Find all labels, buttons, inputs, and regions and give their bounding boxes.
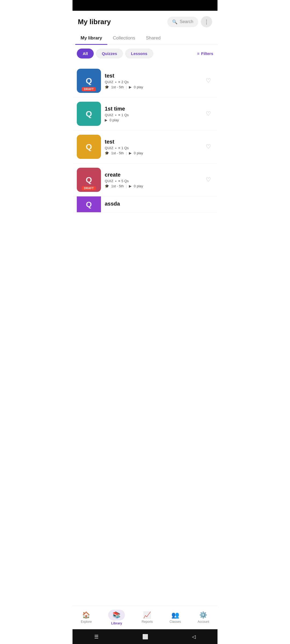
play-icon-2: ▶	[105, 118, 107, 122]
quiz-info-1: test QUIZ ● ≡ 2 Qs 🎓 1st - 5th | ▶ 0 pla…	[105, 73, 200, 89]
quiz-grade-3: 1st - 5th	[111, 151, 124, 155]
dot-1: ●	[115, 80, 117, 83]
quiz-thumbnail-2: Q	[77, 102, 101, 126]
list-icon: ≡	[118, 113, 120, 117]
quiz-info-4: create QUIZ ● ≡ 5 Qs 🎓 1st - 5th | ▶ 0 p…	[105, 172, 200, 188]
search-icon: 🔍	[172, 19, 177, 24]
quiz-list: Q DRAFT test QUIZ ● ≡ 2 Qs 🎓 1st - 5th |…	[73, 62, 218, 215]
quiz-name-2: 1st time	[105, 106, 200, 112]
favorite-button-1[interactable]: ♡	[204, 76, 213, 86]
filter-icon: ≡	[197, 51, 200, 56]
quiz-info-3: test QUIZ ● ≡ 1 Qs 🎓 1st - 5th | ▶ 0 pla…	[105, 139, 200, 155]
tab-bar: My library Collections Shared	[73, 32, 218, 45]
draft-badge: DRAFT	[82, 87, 96, 91]
quiz-info-2: 1st time QUIZ ● ≡ 1 Qs ▶ 0 play	[105, 106, 200, 122]
quiz-qs-2: ≡ 1 Qs	[118, 113, 129, 117]
search-button[interactable]: 🔍 Search	[167, 17, 198, 27]
favorite-button-4[interactable]: ♡	[204, 175, 213, 185]
quiz-type-2: QUIZ	[105, 113, 113, 117]
quiz-grade-row-4: 🎓 1st - 5th | ▶ 0 play	[105, 184, 200, 188]
quiz-item[interactable]: Q test QUIZ ● ≡ 1 Qs 🎓 1st - 5th | ▶ 0 p…	[73, 130, 218, 163]
play-icon-3: ▶	[129, 151, 132, 155]
filters-label: Filters	[201, 51, 213, 56]
grade-icon-4: 🎓	[105, 184, 109, 188]
draft-badge: DRAFT	[82, 186, 96, 190]
quiz-qs-3: ≡ 1 Qs	[118, 146, 129, 150]
quiz-name-1: test	[105, 73, 200, 79]
favorite-button-2[interactable]: ♡	[204, 109, 213, 119]
quiz-thumb-icon: Q	[86, 109, 92, 118]
quiz-plays-1: 0 play	[134, 85, 143, 89]
quiz-thumb-icon: Q	[86, 142, 92, 151]
more-icon: ⋮	[204, 19, 209, 25]
header-actions: 🔍 Search ⋮	[167, 16, 212, 27]
quiz-plays-3: 0 play	[134, 151, 143, 155]
quiz-item[interactable]: Q assda	[73, 196, 218, 213]
filter-lessons-label: Lessons	[131, 51, 147, 56]
status-bar	[73, 0, 218, 11]
filters-button[interactable]: ≡ Filters	[197, 51, 213, 56]
grade-icon-3: 🎓	[105, 151, 109, 155]
list-icon: ≡	[118, 80, 120, 84]
tab-collections-label: Collections	[113, 35, 135, 41]
quiz-type-1: QUIZ	[105, 80, 113, 84]
quiz-thumbnail-4: Q DRAFT	[77, 168, 101, 192]
quiz-grade-row-1: 🎓 1st - 5th | ▶ 0 play	[105, 85, 200, 89]
list-icon: ≡	[118, 146, 120, 150]
quiz-grade-row-2: ▶ 0 play	[105, 118, 200, 122]
quiz-meta-2: QUIZ ● ≡ 1 Qs	[105, 113, 200, 117]
play-icon-4: ▶	[129, 184, 132, 188]
quiz-info-5: assda	[105, 201, 213, 208]
quiz-thumbnail-3: Q	[77, 135, 101, 159]
quiz-name-4: create	[105, 172, 200, 178]
quiz-name-5: assda	[105, 201, 213, 207]
quiz-thumb-icon: Q	[86, 175, 92, 184]
quiz-type-3: QUIZ	[105, 146, 113, 150]
quiz-meta-4: QUIZ ● ≡ 5 Qs	[105, 179, 200, 183]
filter-quizzes[interactable]: Quizzes	[96, 49, 123, 58]
grade-icon-1: 🎓	[105, 85, 109, 89]
quiz-qs-4: ≡ 5 Qs	[118, 179, 129, 183]
tab-shared[interactable]: Shared	[140, 32, 166, 45]
quiz-grade-4: 1st - 5th	[111, 184, 124, 188]
more-options-button[interactable]: ⋮	[201, 16, 212, 27]
quiz-thumb-icon: Q	[86, 196, 92, 213]
quiz-plays-4: 0 play	[134, 184, 143, 188]
quiz-grade-row-3: 🎓 1st - 5th | ▶ 0 play	[105, 151, 200, 155]
filter-all-label: All	[83, 51, 88, 56]
quiz-thumb-icon: Q	[86, 76, 92, 85]
quiz-grade-1: 1st - 5th	[111, 85, 124, 89]
tab-my-library-label: My library	[81, 35, 102, 41]
list-icon: ≡	[118, 179, 120, 183]
dot-3: ●	[115, 147, 117, 149]
search-label: Search	[180, 19, 193, 24]
quiz-item[interactable]: Q DRAFT test QUIZ ● ≡ 2 Qs 🎓 1st - 5th |…	[73, 64, 218, 97]
quiz-thumbnail-1: Q DRAFT	[77, 69, 101, 93]
header: My library 🔍 Search ⋮	[73, 11, 218, 32]
tab-shared-label: Shared	[146, 35, 161, 41]
quiz-item[interactable]: Q 1st time QUIZ ● ≡ 1 Qs ▶ 0 play ♡	[73, 97, 218, 130]
favorite-button-3[interactable]: ♡	[204, 142, 213, 152]
dot-4: ●	[115, 180, 117, 182]
quiz-meta-1: QUIZ ● ≡ 2 Qs	[105, 80, 200, 84]
quiz-item[interactable]: Q DRAFT create QUIZ ● ≡ 5 Qs 🎓 1st - 5th…	[73, 163, 218, 196]
quiz-type-4: QUIZ	[105, 179, 113, 183]
quiz-qs-1: ≡ 2 Qs	[118, 80, 129, 84]
quiz-thumbnail-5: Q	[77, 196, 101, 213]
filter-row: All Quizzes Lessons ≡ Filters	[73, 45, 218, 62]
play-icon-1: ▶	[129, 85, 132, 89]
filter-quizzes-label: Quizzes	[102, 51, 117, 56]
tab-collections[interactable]: Collections	[107, 32, 140, 45]
quiz-name-3: test	[105, 139, 200, 145]
tab-my-library[interactable]: My library	[75, 32, 107, 45]
page-title: My library	[78, 18, 111, 26]
filter-lessons[interactable]: Lessons	[125, 49, 153, 58]
filter-all[interactable]: All	[77, 49, 94, 58]
dot-2: ●	[115, 114, 117, 116]
quiz-plays-2: 0 play	[110, 118, 119, 122]
quiz-meta-3: QUIZ ● ≡ 1 Qs	[105, 146, 200, 150]
